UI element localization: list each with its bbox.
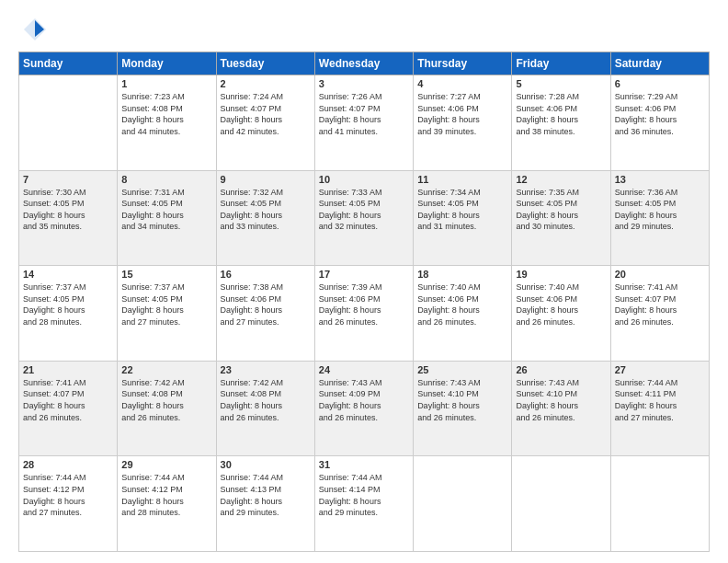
calendar-cell: 18Sunrise: 7:40 AM Sunset: 4:06 PM Dayli…	[414, 266, 512, 362]
day-info: Sunrise: 7:36 AM Sunset: 4:05 PM Dayligh…	[615, 188, 678, 232]
day-info: Sunrise: 7:44 AM Sunset: 4:14 PM Dayligh…	[319, 473, 382, 517]
weekday-header: Monday	[118, 52, 216, 75]
day-info: Sunrise: 7:41 AM Sunset: 4:07 PM Dayligh…	[615, 282, 678, 327]
calendar-cell	[19, 75, 118, 171]
day-info: Sunrise: 7:32 AM Sunset: 4:05 PM Dayligh…	[221, 188, 284, 232]
calendar-week-row: 7Sunrise: 7:30 AM Sunset: 4:05 PM Daylig…	[19, 170, 710, 266]
calendar-table: SundayMondayTuesdayWednesdayThursdayFrid…	[18, 52, 710, 552]
calendar-cell: 29Sunrise: 7:44 AM Sunset: 4:12 PM Dayli…	[118, 456, 216, 552]
calendar-cell: 19Sunrise: 7:40 AM Sunset: 4:06 PM Dayli…	[512, 266, 610, 362]
day-number: 16	[221, 269, 311, 280]
calendar-cell: 7Sunrise: 7:30 AM Sunset: 4:05 PM Daylig…	[19, 170, 118, 266]
calendar-cell: 1Sunrise: 7:23 AM Sunset: 4:08 PM Daylig…	[118, 75, 216, 171]
calendar-cell: 5Sunrise: 7:28 AM Sunset: 4:06 PM Daylig…	[512, 75, 610, 171]
day-number: 26	[516, 364, 606, 375]
calendar-cell: 4Sunrise: 7:27 AM Sunset: 4:06 PM Daylig…	[414, 75, 512, 171]
day-number: 30	[221, 459, 311, 470]
calendar-cell: 23Sunrise: 7:42 AM Sunset: 4:08 PM Dayli…	[216, 361, 314, 456]
day-info: Sunrise: 7:39 AM Sunset: 4:06 PM Dayligh…	[319, 282, 382, 327]
day-info: Sunrise: 7:43 AM Sunset: 4:10 PM Dayligh…	[516, 378, 579, 422]
day-info: Sunrise: 7:26 AM Sunset: 4:07 PM Dayligh…	[319, 92, 382, 136]
calendar-cell	[512, 456, 610, 552]
logo	[18, 17, 48, 42]
day-number: 25	[417, 364, 507, 375]
day-number: 6	[615, 78, 705, 89]
day-number: 23	[221, 364, 311, 375]
page: SundayMondayTuesdayWednesdayThursdayFrid…	[0, 0, 728, 563]
calendar-cell: 8Sunrise: 7:31 AM Sunset: 4:05 PM Daylig…	[118, 170, 216, 266]
day-number: 21	[23, 364, 113, 375]
day-number: 4	[417, 78, 507, 89]
day-info: Sunrise: 7:41 AM Sunset: 4:07 PM Dayligh…	[23, 378, 86, 422]
day-number: 29	[121, 459, 211, 470]
calendar-cell: 11Sunrise: 7:34 AM Sunset: 4:05 PM Dayli…	[414, 170, 512, 266]
calendar-cell: 17Sunrise: 7:39 AM Sunset: 4:06 PM Dayli…	[314, 266, 413, 362]
calendar-cell	[414, 456, 512, 552]
day-number: 28	[23, 459, 113, 470]
calendar-cell: 10Sunrise: 7:33 AM Sunset: 4:05 PM Dayli…	[314, 170, 413, 266]
day-number: 3	[319, 78, 409, 89]
day-number: 7	[23, 174, 113, 185]
calendar-cell: 25Sunrise: 7:43 AM Sunset: 4:10 PM Dayli…	[414, 361, 512, 456]
day-number: 10	[319, 174, 409, 185]
day-number: 8	[121, 174, 211, 185]
calendar-cell: 12Sunrise: 7:35 AM Sunset: 4:05 PM Dayli…	[512, 170, 610, 266]
calendar-cell: 14Sunrise: 7:37 AM Sunset: 4:05 PM Dayli…	[19, 266, 118, 362]
day-number: 13	[615, 174, 705, 185]
calendar-cell: 20Sunrise: 7:41 AM Sunset: 4:07 PM Dayli…	[610, 266, 709, 362]
calendar-week-row: 14Sunrise: 7:37 AM Sunset: 4:05 PM Dayli…	[19, 266, 710, 362]
calendar-cell: 22Sunrise: 7:42 AM Sunset: 4:08 PM Dayli…	[118, 361, 216, 456]
day-number: 15	[121, 269, 211, 280]
day-info: Sunrise: 7:44 AM Sunset: 4:12 PM Dayligh…	[121, 473, 185, 517]
calendar-cell: 2Sunrise: 7:24 AM Sunset: 4:07 PM Daylig…	[216, 75, 314, 171]
day-number: 12	[516, 174, 606, 185]
calendar-week-row: 1Sunrise: 7:23 AM Sunset: 4:08 PM Daylig…	[19, 75, 710, 171]
weekday-header: Saturday	[610, 52, 709, 75]
weekday-header: Tuesday	[216, 52, 314, 75]
calendar-cell: 26Sunrise: 7:43 AM Sunset: 4:10 PM Dayli…	[512, 361, 610, 456]
day-info: Sunrise: 7:44 AM Sunset: 4:11 PM Dayligh…	[615, 378, 678, 422]
day-info: Sunrise: 7:40 AM Sunset: 4:06 PM Dayligh…	[516, 282, 579, 327]
calendar-cell: 6Sunrise: 7:29 AM Sunset: 4:06 PM Daylig…	[610, 75, 709, 171]
weekday-header: Sunday	[19, 52, 118, 75]
day-info: Sunrise: 7:42 AM Sunset: 4:08 PM Dayligh…	[121, 378, 185, 422]
day-info: Sunrise: 7:33 AM Sunset: 4:05 PM Dayligh…	[319, 188, 382, 232]
day-info: Sunrise: 7:44 AM Sunset: 4:12 PM Dayligh…	[23, 473, 86, 517]
day-number: 11	[417, 174, 507, 185]
day-info: Sunrise: 7:42 AM Sunset: 4:08 PM Dayligh…	[221, 378, 284, 422]
calendar-cell: 27Sunrise: 7:44 AM Sunset: 4:11 PM Dayli…	[610, 361, 709, 456]
day-info: Sunrise: 7:30 AM Sunset: 4:05 PM Dayligh…	[23, 188, 86, 232]
calendar-week-row: 21Sunrise: 7:41 AM Sunset: 4:07 PM Dayli…	[19, 361, 710, 456]
header	[18, 17, 710, 42]
weekday-header: Thursday	[414, 52, 512, 75]
day-info: Sunrise: 7:37 AM Sunset: 4:05 PM Dayligh…	[23, 282, 86, 327]
day-info: Sunrise: 7:27 AM Sunset: 4:06 PM Dayligh…	[417, 92, 481, 136]
calendar-cell	[610, 456, 709, 552]
day-number: 9	[221, 174, 311, 185]
day-info: Sunrise: 7:34 AM Sunset: 4:05 PM Dayligh…	[417, 188, 481, 232]
calendar-cell: 13Sunrise: 7:36 AM Sunset: 4:05 PM Dayli…	[610, 170, 709, 266]
weekday-header: Wednesday	[314, 52, 413, 75]
day-info: Sunrise: 7:23 AM Sunset: 4:08 PM Dayligh…	[121, 92, 185, 136]
day-info: Sunrise: 7:24 AM Sunset: 4:07 PM Dayligh…	[221, 92, 284, 136]
calendar-week-row: 28Sunrise: 7:44 AM Sunset: 4:12 PM Dayli…	[19, 456, 710, 552]
calendar-cell: 9Sunrise: 7:32 AM Sunset: 4:05 PM Daylig…	[216, 170, 314, 266]
day-info: Sunrise: 7:35 AM Sunset: 4:05 PM Dayligh…	[516, 188, 579, 232]
day-number: 31	[319, 459, 409, 470]
day-info: Sunrise: 7:44 AM Sunset: 4:13 PM Dayligh…	[221, 473, 284, 517]
day-number: 27	[615, 364, 705, 375]
day-number: 22	[121, 364, 211, 375]
day-info: Sunrise: 7:28 AM Sunset: 4:06 PM Dayligh…	[516, 92, 579, 136]
day-number: 19	[516, 269, 606, 280]
calendar-header-row: SundayMondayTuesdayWednesdayThursdayFrid…	[19, 52, 710, 75]
day-number: 20	[615, 269, 705, 280]
calendar-cell: 3Sunrise: 7:26 AM Sunset: 4:07 PM Daylig…	[314, 75, 413, 171]
day-info: Sunrise: 7:43 AM Sunset: 4:10 PM Dayligh…	[417, 378, 481, 422]
day-number: 1	[121, 78, 211, 89]
calendar-cell: 24Sunrise: 7:43 AM Sunset: 4:09 PM Dayli…	[314, 361, 413, 456]
day-number: 17	[319, 269, 409, 280]
calendar-cell: 28Sunrise: 7:44 AM Sunset: 4:12 PM Dayli…	[19, 456, 118, 552]
calendar-cell: 21Sunrise: 7:41 AM Sunset: 4:07 PM Dayli…	[19, 361, 118, 456]
day-info: Sunrise: 7:29 AM Sunset: 4:06 PM Dayligh…	[615, 92, 678, 136]
day-number: 24	[319, 364, 409, 375]
